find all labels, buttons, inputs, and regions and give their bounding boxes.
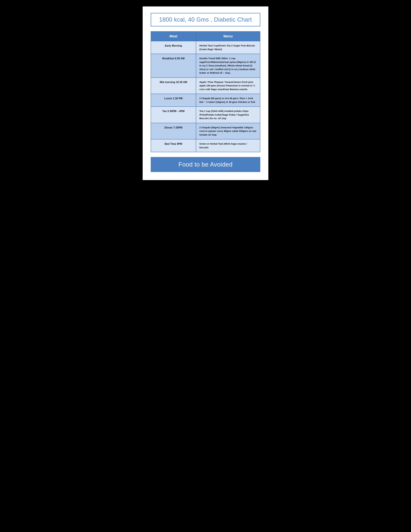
- menu-cell: Apple / Pear /Papaya / Guava/Jamun fresh…: [196, 77, 260, 94]
- table-row: Mid morning 10:30 AMApple / Pear /Papaya…: [151, 77, 260, 94]
- footer-title: Food to be Avoided: [178, 161, 233, 168]
- menu-column-header: Menu: [196, 31, 260, 41]
- table-row: Lunch 1:30 PM2 Chapati (60 gms) or rice …: [151, 94, 260, 106]
- table-row: Early MorningHerbal Tea1 Cup/Green Tea 2…: [151, 41, 260, 54]
- page-title: 1800 kcal, 40 Gms , Diabetic Chart: [159, 16, 252, 23]
- meal-cell: Tea 3:30PM – 4PM: [151, 106, 196, 123]
- footer-box: Food to be Avoided: [151, 157, 260, 172]
- meal-cell: Lunch 1:30 PM: [151, 94, 196, 106]
- meal-cell: Dinner 7:30PM: [151, 123, 196, 139]
- table-row: Dinner 7:30PM2 Chapati (40gms) Seasonal …: [151, 123, 260, 139]
- meal-cell: Early Morning: [151, 41, 196, 54]
- table-row: Bed Time 9PMGreen or herbal Teal 200ml S…: [151, 139, 260, 152]
- menu-cell: Herbal Tea1 Cup/Green Tea 2 Sugar Free B…: [196, 41, 260, 54]
- page-container: 1800 kcal, 40 Gms , Diabetic Chart Meal …: [143, 6, 268, 180]
- table-header-row: Meal Menu: [151, 31, 260, 41]
- menu-cell: Tea 1 cup (15ml milk) insalted potato ch…: [196, 106, 260, 123]
- meal-column-header: Meal: [151, 31, 196, 41]
- menu-cell: 2 Chapati (40gms) Seasonal Vegetable 100…: [196, 123, 260, 139]
- meal-cell: Mid morning 10:30 AM: [151, 77, 196, 94]
- menu-cell: Double Toned Milk 200m- 1 cup sago/Cornf…: [196, 54, 260, 77]
- meal-cell: Bed Time 9PM: [151, 139, 196, 152]
- meal-table: Meal Menu Early MorningHerbal Tea1 Cup/G…: [151, 31, 260, 152]
- table-row: Breakfast 8:30 AMDouble Toned Milk 200m-…: [151, 54, 260, 77]
- menu-cell: 2 Chapati (60 gms) or rice 60 gms / Rice…: [196, 94, 260, 106]
- title-box: 1800 kcal, 40 Gms , Diabetic Chart: [151, 13, 260, 27]
- meal-cell: Breakfast 8:30 AM: [151, 54, 196, 77]
- menu-cell: Green or herbal Teal 200ml Sago snacks /…: [196, 139, 260, 152]
- table-row: Tea 3:30PM – 4PMTea 1 cup (15ml milk) in…: [151, 106, 260, 123]
